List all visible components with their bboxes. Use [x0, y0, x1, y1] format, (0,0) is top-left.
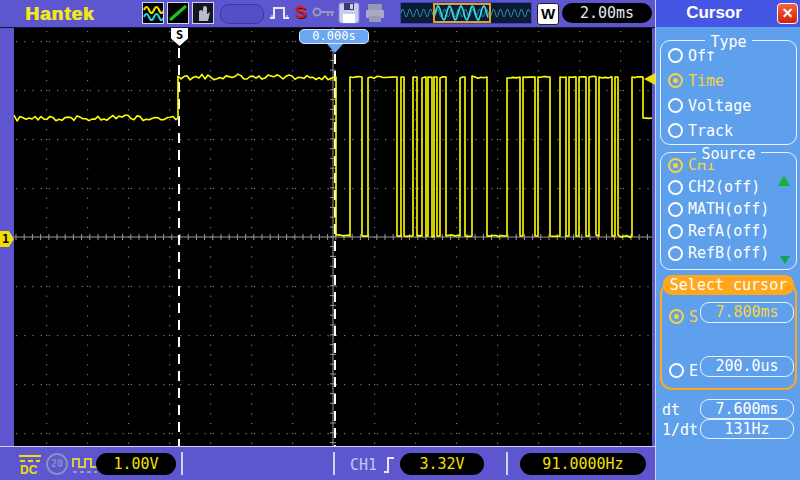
radio-type-track[interactable]: Track	[661, 118, 796, 143]
radio-icon	[668, 202, 683, 217]
radio-icon	[668, 180, 683, 195]
radio-type-voltage[interactable]: Voltage	[661, 93, 796, 118]
radio-cursor-e[interactable]: E	[662, 358, 698, 383]
horizontal-waveform-preview[interactable]	[400, 2, 532, 24]
type-group: Type Off Time Voltage Track	[660, 40, 797, 145]
radio-icon	[668, 246, 683, 261]
wave-icon	[143, 3, 163, 23]
window-mode-button[interactable]: W	[537, 3, 559, 25]
panel-header: Cursor ✕	[656, 0, 800, 27]
radio-icon	[669, 363, 684, 378]
printer-icon	[364, 2, 386, 24]
pulse-trigger-icon[interactable]	[268, 3, 292, 27]
radio-icon	[668, 123, 683, 138]
type-legend: Type	[661, 32, 796, 51]
dc-coupling-icon: DC	[16, 453, 44, 480]
radio-icon	[668, 224, 683, 239]
save-button[interactable]	[338, 2, 360, 28]
divider	[181, 452, 183, 475]
status-bar: DC 20 1.00V CH1 3.32V 91.0000Hz	[0, 446, 655, 480]
close-icon[interactable]: ✕	[777, 3, 798, 24]
trigger-source-label: CH1	[350, 456, 377, 474]
radio-icon	[668, 73, 683, 88]
hand-mode-icon[interactable]	[192, 2, 214, 24]
select-cursor-label: Select cursor	[662, 275, 795, 294]
trigger-time-label: 0.000s	[299, 29, 369, 44]
trigger-level-readout: 3.32V	[400, 453, 484, 475]
bandwidth-limit-icon: 20	[46, 453, 68, 475]
source-group: Source CH1 CH2(off) MATH(off) RefA(off) …	[660, 152, 797, 270]
radio-icon	[668, 158, 683, 173]
square-wave-icon	[72, 456, 98, 478]
timebase-readout: 2.00ms	[562, 3, 652, 23]
lock-button[interactable]	[312, 3, 336, 25]
hand-icon	[193, 3, 213, 23]
radio-icon	[668, 98, 683, 113]
pulse-icon	[268, 3, 292, 23]
channel1-ground-marker[interactable]: 1	[0, 231, 14, 247]
frequency-readout: 91.0000Hz	[520, 453, 646, 475]
radio-cursor-s[interactable]: S	[662, 304, 698, 329]
save-icon	[338, 2, 360, 24]
svg-text:DC: DC	[20, 463, 38, 477]
cursor-s-value[interactable]: 7.800ms	[700, 302, 794, 323]
inv-dt-label: 1/dt	[662, 421, 698, 439]
radio-source-ch2[interactable]: CH2(off)	[661, 176, 796, 198]
radio-source-math[interactable]: MATH(off)	[661, 198, 796, 220]
slope-mode-icon[interactable]	[167, 2, 189, 24]
slope-icon	[168, 3, 188, 23]
divider	[333, 452, 335, 475]
preview-wave-icon	[401, 3, 531, 23]
inv-dt-value: 131Hz	[700, 419, 794, 439]
radio-icon	[669, 309, 684, 324]
waveform-display-area: S 0.000s	[14, 28, 652, 446]
cursor-e-value[interactable]: 200.0us	[700, 356, 794, 377]
scroll-up-icon[interactable]	[778, 175, 790, 186]
scroll-down-icon[interactable]	[780, 256, 790, 264]
volts-per-div-readout: 1.00V	[96, 453, 176, 475]
oscilloscope-screen: { "topbar": { "logo": "Hantek", "trigger…	[0, 0, 800, 480]
cursor-menu-panel: Cursor ✕ Type Off Time Voltage Track Sou…	[655, 0, 800, 480]
divider	[506, 452, 508, 475]
select-cursor-group: Select cursor S 7.800ms E 200.0us	[660, 282, 797, 390]
hantek-logo: Hantek	[25, 3, 94, 25]
radio-icon	[668, 48, 683, 63]
radio-source-refa[interactable]: RefA(off)	[661, 220, 796, 242]
rising-edge-icon	[382, 452, 398, 480]
panel-title: Cursor	[656, 3, 772, 23]
radio-source-refb[interactable]: RefB(off)	[661, 242, 796, 264]
key-icon	[312, 3, 336, 21]
waveform-canvas	[14, 28, 652, 446]
print-button[interactable]	[364, 2, 386, 28]
trigger-status-letter: S	[295, 3, 306, 23]
dt-label: dt	[662, 401, 680, 419]
radio-type-time[interactable]: Time	[661, 68, 796, 93]
waveform-display-icon[interactable]	[142, 2, 164, 24]
dt-value: 7.600ms	[700, 399, 794, 419]
empty-toolbar-slot	[220, 4, 264, 24]
